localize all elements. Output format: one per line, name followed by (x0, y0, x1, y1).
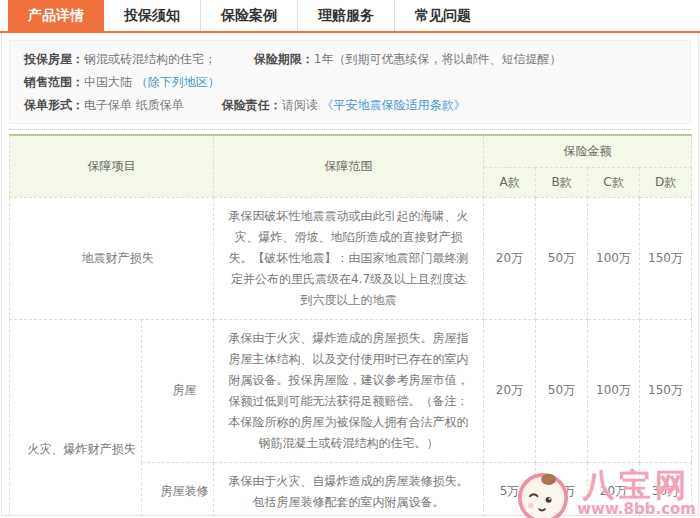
tab-product-details[interactable]: 产品详情 (8, 0, 104, 31)
tab-insurance-notice[interactable]: 投保须知 (104, 0, 200, 31)
insured-house-field: 投保房屋：钢混或砖混结构的住宅； (24, 52, 216, 66)
liability-value: 请阅读 (282, 98, 318, 112)
insured-house-label: 投保房屋： (24, 52, 84, 66)
col-header-plan-d: D款 (640, 167, 692, 197)
value-cell: 150万 (640, 319, 692, 462)
sales-region-value: 中国大陆 (84, 75, 132, 89)
sales-region-label: 销售范围： (24, 75, 84, 89)
liability-field: 保险责任：请阅读 《平安地震保险适用条款》 (222, 98, 466, 112)
value-cell: 150万 (640, 197, 692, 319)
insurance-period-label: 保险期限： (254, 52, 314, 66)
value-cell: 20万 (588, 462, 640, 518)
value-cell: 30万 (640, 462, 692, 518)
policy-form-field: 保单形式：电子保单 纸质保单 (24, 98, 184, 112)
insurance-period-field: 保险期限：1年（到期可优惠续保，将以邮件、短信提醒） (254, 52, 562, 66)
value-cell: 5万 (484, 462, 536, 518)
table-row-earthquake-property: 地震财产损失 承保因破坏性地震震动或由此引起的海啸、火灾、爆炸、滑坡、地陷所造成… (10, 197, 692, 319)
row-scope: 承保由于火灾、自爆炸造成的房屋装修损失。包括房屋装修配套的室内附属设备。 (214, 462, 484, 518)
value-cell: 20万 (484, 197, 536, 319)
insurance-period-value: 1年（到期可优惠续保，将以邮件、短信提醒） (314, 52, 562, 66)
info-row-1: 投保房屋：钢混或砖混结构的住宅； 保险期限：1年（到期可优惠续保，将以邮件、短信… (24, 48, 676, 94)
insured-house-value: 钢混或砖混结构的住宅； (84, 52, 216, 66)
liability-label: 保险责任： (222, 98, 282, 112)
value-cell: 20万 (484, 319, 536, 462)
value-cell: 50万 (536, 319, 588, 462)
table-row-fire-house: 火灾、爆炸财产损失 房屋 承保由于火灾、爆炸造成的房屋损失。房屋指房屋主体结构、… (10, 319, 692, 462)
tab-bar: 产品详情 投保须知 保险案例 理赔服务 常见问题 (0, 0, 700, 33)
terms-link-top[interactable]: 《平安地震保险适用条款》 (321, 98, 465, 112)
col-header-amount: 保险金额 (484, 135, 692, 167)
tab-insurance-cases[interactable]: 保险案例 (200, 0, 297, 31)
info-row-2: 保单形式：电子保单 纸质保单 保险责任：请阅读 《平安地震保险适用条款》 (24, 94, 676, 117)
tab-faq[interactable]: 常见问题 (394, 0, 491, 31)
policy-form-label: 保单形式： (24, 98, 84, 112)
col-header-plan-a: A款 (484, 167, 536, 197)
dotted-divider (9, 129, 691, 130)
value-cell: 100万 (588, 197, 640, 319)
plans-table: 保障项目 保障范围 保险金额 A款 B款 C款 D款 地震财产损失 承保因破坏性… (9, 134, 692, 518)
tab-claims-service[interactable]: 理赔服务 (297, 0, 394, 31)
policy-info-box: 投保房屋：钢混或砖混结构的住宅； 保险期限：1年（到期可优惠续保，将以邮件、短信… (9, 40, 691, 124)
row-sublabel: 房屋 (142, 319, 214, 462)
value-cell: 10万 (536, 462, 588, 518)
value-cell: 100万 (588, 319, 640, 462)
sales-region-field: 销售范围：中国大陆 （除下列地区） (24, 75, 220, 89)
excluded-regions-link[interactable]: （除下列地区） (136, 75, 220, 89)
col-header-plan-b: B款 (536, 167, 588, 197)
col-header-scope: 保障范围 (214, 135, 484, 197)
row-sublabel: 房屋装修 (142, 462, 214, 518)
row-scope: 承保由于火灾、爆炸造成的房屋损失。房屋指房屋主体结构、以及交付使用时已存在的室内… (214, 319, 484, 462)
row-label: 地震财产损失 (10, 197, 214, 319)
row-group-label: 火灾、爆炸财产损失 (10, 319, 142, 518)
col-header-item: 保障项目 (10, 135, 214, 197)
col-header-plan-c: C款 (588, 167, 640, 197)
page-container: 投保房屋：钢混或砖混结构的住宅； 保险期限：1年（到期可优惠续保，将以邮件、短信… (1, 33, 699, 516)
header-row-1: 保障项目 保障范围 保险金额 (10, 135, 692, 167)
policy-form-value: 电子保单 纸质保单 (84, 98, 184, 112)
value-cell: 50万 (536, 197, 588, 319)
row-scope: 承保因破坏性地震震动或由此引起的海啸、火灾、爆炸、滑坡、地陷所造成的直接财产损失… (214, 197, 484, 319)
